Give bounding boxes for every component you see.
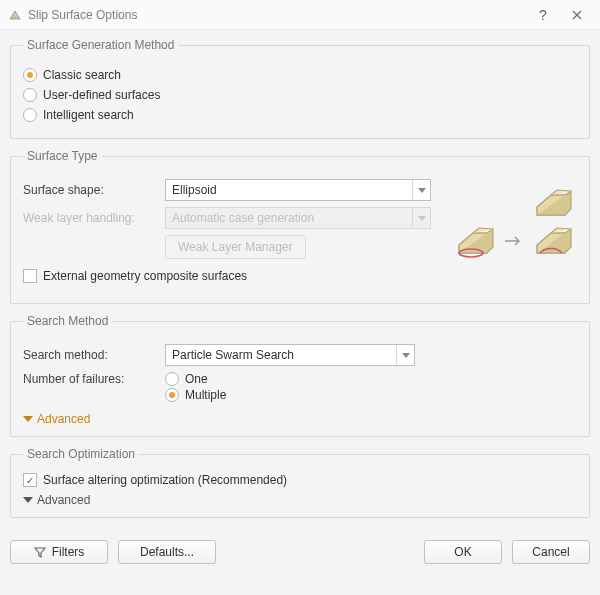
radio-intelligent-search[interactable]: Intelligent search	[23, 108, 134, 122]
radio-dot-icon	[165, 388, 179, 402]
search-method-select[interactable]: Particle Swarm Search	[165, 344, 415, 366]
close-button[interactable]	[560, 1, 594, 29]
ok-button-label: OK	[454, 545, 471, 559]
chevron-down-icon	[396, 345, 414, 365]
radio-dot-icon	[23, 68, 37, 82]
checkbox-box-icon	[23, 473, 37, 487]
optimization-advanced-label: Advanced	[37, 493, 90, 507]
group-search-optimization: Search Optimization Surface altering opt…	[10, 447, 590, 518]
group-generation-method: Surface Generation Method Classic search…	[10, 38, 590, 139]
group-search-method-legend: Search Method	[23, 314, 112, 328]
triangle-down-icon	[23, 416, 33, 422]
radio-user-defined-surfaces[interactable]: User-defined surfaces	[23, 88, 160, 102]
filters-button-label: Filters	[52, 545, 85, 559]
defaults-button-label: Defaults...	[140, 545, 194, 559]
checkbox-external-composite-label: External geometry composite surfaces	[43, 269, 247, 283]
radio-user-defined-label: User-defined surfaces	[43, 88, 160, 102]
radio-dot-icon	[23, 88, 37, 102]
group-search-method: Search Method Search method: Particle Sw…	[10, 314, 590, 437]
checkbox-external-composite[interactable]: External geometry composite surfaces	[23, 269, 247, 283]
weak-layer-manager-button-label: Weak Layer Manager	[178, 240, 293, 254]
weak-layer-handling-label: Weak layer handling:	[23, 211, 165, 225]
surface-illustration-transform	[453, 223, 575, 259]
ok-button[interactable]: OK	[424, 540, 502, 564]
weak-layer-manager-button: Weak Layer Manager	[165, 235, 306, 259]
search-method-advanced-toggle[interactable]: Advanced	[23, 412, 90, 426]
cancel-button-label: Cancel	[532, 545, 569, 559]
radio-failures-one-label: One	[185, 372, 208, 386]
surface-shape-select[interactable]: Ellipsoid	[165, 179, 431, 201]
checkbox-surface-altering-label: Surface altering optimization (Recommend…	[43, 473, 287, 487]
surface-shape-label: Surface shape:	[23, 183, 165, 197]
optimization-advanced-toggle[interactable]: Advanced	[23, 493, 90, 507]
radio-classic-search[interactable]: Classic search	[23, 68, 121, 82]
defaults-button[interactable]: Defaults...	[118, 540, 216, 564]
radio-intelligent-label: Intelligent search	[43, 108, 134, 122]
radio-failures-multiple-label: Multiple	[185, 388, 226, 402]
surface-shape-value: Ellipsoid	[172, 183, 217, 197]
radio-failures-multiple[interactable]: Multiple	[165, 388, 226, 402]
cancel-button[interactable]: Cancel	[512, 540, 590, 564]
dialog-content: Surface Generation Method Classic search…	[0, 30, 600, 534]
search-method-value: Particle Swarm Search	[172, 348, 294, 362]
app-icon	[8, 8, 22, 22]
chevron-down-icon	[412, 180, 430, 200]
dialog-footer: Filters Defaults... OK Cancel	[0, 534, 600, 574]
radio-failures-one[interactable]: One	[165, 372, 208, 386]
radio-classic-search-label: Classic search	[43, 68, 121, 82]
filters-button[interactable]: Filters	[10, 540, 108, 564]
titlebar: Slip Surface Options ?	[0, 0, 600, 30]
checkbox-surface-altering-optimization[interactable]: Surface altering optimization (Recommend…	[23, 473, 287, 487]
arrow-right-icon	[505, 236, 523, 246]
group-search-optimization-legend: Search Optimization	[23, 447, 139, 461]
radio-dot-icon	[165, 372, 179, 386]
radio-dot-icon	[23, 108, 37, 122]
triangle-down-icon	[23, 497, 33, 503]
group-surface-type: Surface Type Surface shape: Ellipsoid We…	[10, 149, 590, 304]
help-button[interactable]: ?	[526, 1, 560, 29]
number-of-failures-label: Number of failures:	[23, 372, 165, 386]
search-method-label: Search method:	[23, 348, 165, 362]
chevron-down-icon	[412, 208, 430, 228]
group-surface-type-legend: Surface Type	[23, 149, 102, 163]
weak-layer-handling-select: Automatic case generation	[165, 207, 431, 229]
weak-layer-handling-value: Automatic case generation	[172, 211, 314, 225]
window-title: Slip Surface Options	[28, 8, 137, 22]
surface-illustration-single	[531, 185, 575, 221]
filter-icon	[34, 546, 46, 558]
checkbox-box-icon	[23, 269, 37, 283]
group-generation-method-legend: Surface Generation Method	[23, 38, 178, 52]
search-method-advanced-label: Advanced	[37, 412, 90, 426]
